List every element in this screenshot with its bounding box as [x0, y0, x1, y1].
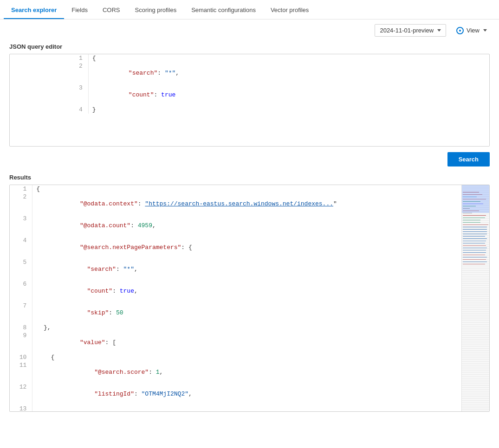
results-editor: 1 { 2 "@odata.context": "https://search-…: [9, 185, 490, 412]
chevron-down-icon: [437, 29, 441, 32]
query-code-lines: 1 { 2 "search": "*", 3 "count": true 4 }: [10, 54, 489, 114]
line-content-1: {: [89, 54, 489, 62]
line-num-2: 2: [10, 62, 89, 84]
results-minimap: [461, 185, 489, 411]
colon-1: :: [157, 70, 165, 77]
results-code-lines: 1 { 2 "@odata.context": "https://search-…: [10, 185, 461, 411]
svg-rect-22: [463, 243, 485, 243]
svg-rect-27: [463, 255, 485, 255]
key-search: "search": [121, 70, 157, 77]
svg-rect-11: [463, 218, 485, 218]
tab-scoring-profiles[interactable]: Scoring profiles: [128, 2, 184, 19]
svg-rect-31: [463, 264, 485, 264]
svg-rect-20: [463, 238, 487, 239]
json-editor-label: JSON query editor: [0, 41, 499, 54]
svg-rect-9: [463, 213, 472, 213]
svg-rect-24: [463, 248, 487, 248]
line-num-4: 4: [10, 106, 89, 114]
result-line-10: 10 {: [10, 353, 461, 361]
version-dropdown[interactable]: 2024-11-01-preview: [375, 24, 446, 37]
svg-rect-14: [463, 224, 488, 225]
toolbar: 2024-11-01-preview View: [0, 19, 499, 41]
svg-rect-16: [463, 229, 487, 230]
results-main-content[interactable]: 1 { 2 "@odata.context": "https://search-…: [10, 185, 461, 411]
results-label: Results: [0, 172, 499, 185]
view-button[interactable]: View: [452, 25, 492, 37]
minimap-content: [462, 185, 489, 411]
line-num-3: 3: [10, 84, 89, 106]
tab-search-explorer[interactable]: Search explorer: [4, 2, 64, 19]
query-line-2: 2 "search": "*",: [10, 62, 489, 84]
nav-tabs: Search explorer Fields CORS Scoring prof…: [0, 0, 499, 19]
svg-rect-15: [463, 227, 487, 227]
svg-rect-29: [463, 259, 486, 260]
svg-rect-21: [463, 241, 486, 241]
svg-rect-10: [463, 215, 486, 216]
key-count: "count": [121, 91, 154, 98]
result-line-13: 13 "beds": 5,: [10, 405, 461, 411]
result-line-11: 11 "@search.score": 1,: [10, 361, 461, 383]
val-search: "*": [165, 70, 175, 77]
tab-fields[interactable]: Fields: [64, 2, 95, 19]
svg-rect-13: [463, 222, 480, 223]
result-line-1: 1 {: [10, 185, 461, 193]
json-query-editor[interactable]: 1 { 2 "search": "*", 3 "count": true 4 }: [9, 54, 490, 147]
search-btn-row: Search: [0, 147, 499, 172]
result-line-3: 3 "@odata.count": 4959,: [10, 215, 461, 237]
line-num-1: 1: [10, 54, 89, 62]
eye-icon: [456, 27, 464, 34]
result-line-5: 5 "search": "*",: [10, 258, 461, 280]
result-line-2: 2 "@odata.context": "https://search-east…: [10, 193, 461, 215]
result-line-8: 8 },: [10, 324, 461, 332]
result-line-12: 12 "listingId": "OTM4MjI2NQ2",: [10, 383, 461, 405]
minimap-svg: [462, 185, 489, 411]
tab-semantic-configurations[interactable]: Semantic configurations: [184, 2, 263, 19]
val-count: true: [161, 91, 175, 98]
line-content-4: }: [89, 106, 489, 114]
svg-rect-28: [463, 257, 487, 257]
result-line-4: 4 "@search.nextPageParameters": {: [10, 237, 461, 258]
svg-rect-30: [463, 262, 487, 262]
minimap-scroll-indicator: [462, 185, 489, 213]
view-label: View: [467, 27, 480, 34]
svg-rect-25: [463, 250, 486, 250]
chevron-down-icon-view: [483, 29, 487, 32]
svg-rect-12: [463, 220, 480, 220]
result-line-7: 7 "skip": 50: [10, 302, 461, 324]
search-button[interactable]: Search: [447, 152, 490, 166]
line-content-2: "search": "*",: [89, 62, 489, 84]
result-line-6: 6 "count": true,: [10, 280, 461, 302]
query-line-3: 3 "count": true: [10, 84, 489, 106]
query-line-1: 1 {: [10, 54, 489, 62]
svg-rect-19: [463, 236, 485, 237]
line-content-3: "count": true: [89, 84, 489, 106]
svg-rect-26: [463, 252, 486, 253]
svg-rect-18: [463, 234, 487, 234]
query-line-4: 4 }: [10, 106, 489, 114]
svg-rect-23: [463, 245, 486, 246]
tab-cors[interactable]: CORS: [95, 2, 128, 19]
result-line-9: 9 "value": [: [10, 332, 461, 353]
odata-context-link[interactable]: "https://search-eastus.search.windows.ne…: [145, 200, 333, 207]
svg-rect-17: [463, 231, 487, 232]
tab-vector-profiles[interactable]: Vector profiles: [263, 2, 316, 19]
version-label: 2024-11-01-preview: [380, 27, 434, 34]
